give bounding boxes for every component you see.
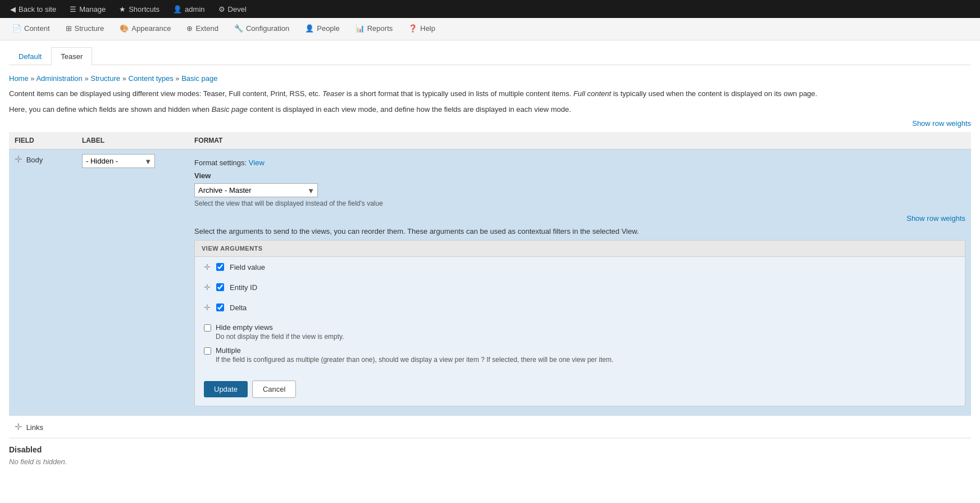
star-icon: ★ — [119, 5, 126, 13]
nav-appearance[interactable]: 🎨 Appearance — [112, 18, 179, 40]
help-icon: ❓ — [408, 24, 417, 33]
view-arguments-info: Select the arguments to send to the view… — [194, 227, 965, 235]
nav-extend[interactable]: ⊕ Extend — [179, 18, 226, 40]
nav-help[interactable]: ❓ Help — [400, 18, 443, 40]
extend-icon: ⊕ — [186, 24, 193, 33]
drag-handle-links[interactable]: ✛ — [15, 422, 22, 432]
table-row-links: ✛ Links — [9, 416, 971, 438]
cancel-button[interactable]: Cancel — [252, 380, 296, 398]
view-select[interactable]: Archive - Master — [194, 183, 318, 197]
format-settings: Format settings: View View Archive - Mas… — [194, 154, 965, 411]
view-select-wrapper: Archive - Master ▼ — [194, 183, 318, 197]
label-select-wrapper: - Hidden - Above Inline Hidden Visually … — [82, 154, 155, 168]
breadcrumb-home[interactable]: Home — [9, 74, 29, 83]
devel-menu[interactable]: ⚙ Devel — [213, 0, 252, 18]
body-field-cell: ✛ Body — [9, 149, 76, 416]
format-settings-link[interactable]: View — [249, 158, 265, 167]
argument-field-value: ✛ Field value — [195, 257, 965, 277]
links-format-cell — [189, 416, 971, 438]
label-field-value: Field value — [230, 263, 265, 271]
breadcrumb-structure[interactable]: Structure — [90, 74, 120, 83]
view-arguments-container: ✛ Field value ✛ Entity ID — [194, 257, 965, 406]
people-icon: 👤 — [305, 24, 314, 33]
inner-show-row-weights-link[interactable]: Show row weights — [906, 214, 965, 223]
description-line1: Content items can be displayed using dif… — [9, 88, 971, 99]
show-row-weights-link[interactable]: Show row weights — [912, 119, 971, 128]
breadcrumb: Home » Administration » Structure » Cont… — [9, 74, 971, 83]
links-field-name: Links — [26, 423, 43, 432]
manage-menu[interactable]: ☰ Manage — [64, 0, 111, 18]
label-delta: Delta — [230, 303, 247, 312]
tab-teaser[interactable]: Teaser — [51, 47, 92, 65]
field-col-header: FIELD — [9, 132, 76, 149]
nav-configuration[interactable]: 🔧 Configuration — [226, 18, 297, 40]
breadcrumb-administration[interactable]: Administration — [36, 74, 82, 83]
breadcrumb-content-types[interactable]: Content types — [129, 74, 174, 83]
argument-delta: ✛ Delta — [195, 297, 965, 318]
admin-user-menu[interactable]: 👤 admin — [167, 0, 210, 18]
table-row-body: ✛ Body - Hidden - Above Inline Hidden Vi… — [9, 149, 971, 416]
structure-icon: ⊞ — [66, 24, 72, 33]
body-label-cell: - Hidden - Above Inline Hidden Visually … — [76, 149, 189, 416]
format-settings-title: Format settings: View — [194, 158, 965, 167]
checkbox-delta[interactable] — [216, 303, 224, 311]
body-field-name: Body — [26, 156, 43, 164]
fields-table: FIELD LABEL FORMAT ✛ Body - Hidden - Abo… — [9, 132, 971, 438]
checkbox-field-value[interactable] — [216, 263, 224, 271]
checkbox-section: Hide empty views Do not display the fiel… — [195, 318, 965, 375]
nav-structure[interactable]: ⊞ Structure — [58, 18, 112, 40]
multiple-label: Multiple — [216, 346, 241, 355]
main-content: Home » Administration » Structure » Cont… — [0, 65, 980, 475]
disabled-note: No field is hidden. — [9, 457, 971, 466]
label-entity-id: Entity ID — [230, 283, 257, 292]
checkbox-hide-empty-views[interactable] — [204, 324, 211, 332]
links-field-cell: ✛ Links — [9, 416, 76, 438]
reports-icon: 📊 — [355, 24, 364, 33]
content-icon: 📄 — [12, 24, 21, 33]
label-col-header: LABEL — [76, 132, 189, 149]
checkbox-multiple[interactable] — [204, 347, 211, 355]
back-to-site-button[interactable]: ◀ Back to site — [4, 0, 62, 18]
view-mode-tabs: Default Teaser — [9, 47, 971, 65]
nav-people[interactable]: 👤 People — [297, 18, 347, 40]
multiple-row: Multiple If the field is configured as m… — [204, 346, 956, 364]
admin-bar: ◀ Back to site ☰ Manage ★ Shortcuts 👤 ad… — [0, 0, 980, 18]
drag-handle-field-value[interactable]: ✛ — [204, 262, 211, 271]
hide-empty-views-description: Do not display the field if the view is … — [216, 333, 344, 341]
checkbox-entity-id[interactable] — [216, 283, 224, 291]
label-select[interactable]: - Hidden - Above Inline Hidden Visually … — [82, 154, 155, 168]
configuration-icon: 🔧 — [234, 24, 243, 33]
tab-default[interactable]: Default — [9, 47, 51, 65]
drag-handle-body[interactable]: ✛ — [15, 155, 22, 164]
multiple-description: If the field is configured as multiple (… — [216, 356, 613, 364]
action-buttons: Update Cancel — [195, 375, 965, 406]
arrow-left-icon: ◀ — [10, 5, 16, 13]
menu-icon: ☰ — [70, 5, 76, 13]
hide-empty-views-label: Hide empty views — [216, 323, 273, 332]
shortcuts-menu[interactable]: ★ Shortcuts — [113, 0, 165, 18]
argument-entity-id: ✛ Entity ID — [195, 277, 965, 297]
breadcrumb-basic-page[interactable]: Basic page — [181, 74, 217, 83]
format-col-header: FORMAT — [189, 132, 971, 149]
drag-handle-entity-id[interactable]: ✛ — [204, 283, 211, 292]
inner-row-weights-container: Show row weights — [194, 214, 965, 223]
drag-handle-delta[interactable]: ✛ — [204, 303, 211, 312]
gear-icon: ⚙ — [218, 5, 225, 13]
appearance-icon: 🎨 — [120, 24, 129, 33]
links-label-cell — [76, 416, 189, 438]
hide-empty-views-row: Hide empty views Do not display the fiel… — [204, 323, 956, 341]
view-help-text: Select the view that will be displayed i… — [194, 200, 965, 207]
description-line2: Here, you can define which fields are sh… — [9, 104, 971, 115]
view-label: View — [194, 171, 965, 180]
show-row-weights-container: Show row weights — [9, 119, 971, 128]
nav-content[interactable]: 📄 Content — [4, 18, 58, 40]
disabled-header: Disabled — [9, 438, 971, 457]
nav-reports[interactable]: 📊 Reports — [348, 18, 401, 40]
body-format-cell: Format settings: View View Archive - Mas… — [189, 149, 971, 416]
user-icon: 👤 — [173, 5, 182, 13]
view-arguments-header: VIEW ARGUMENTS — [194, 240, 965, 257]
update-button[interactable]: Update — [204, 381, 248, 397]
secondary-nav: 📄 Content ⊞ Structure 🎨 Appearance ⊕ Ext… — [0, 18, 980, 40]
